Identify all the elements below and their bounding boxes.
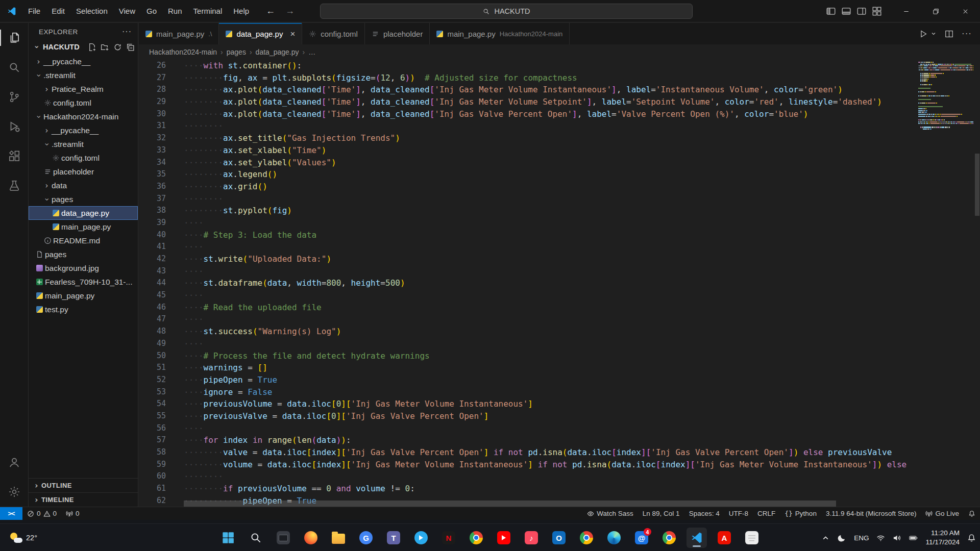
vertical-scrollbar[interactable]: [975, 154, 979, 216]
activity-accounts[interactable]: [0, 447, 29, 477]
menu-terminal[interactable]: Terminal: [188, 4, 228, 19]
menu-edit[interactable]: Edit: [46, 4, 70, 19]
more-actions-icon[interactable]: ···: [962, 29, 972, 39]
taskbar-app-edge[interactable]: [604, 528, 624, 548]
breadcrumb-data_page.py[interactable]: data_page.py: [256, 48, 299, 56]
status-notifications[interactable]: [964, 507, 980, 520]
notifications-bell-icon[interactable]: [967, 534, 976, 542]
activity-search[interactable]: [0, 53, 29, 82]
status-go-live[interactable]: Go Live: [921, 507, 964, 520]
tree-item-main_page.py[interactable]: main_page.py: [29, 220, 138, 234]
taskbar-app-search[interactable]: [246, 528, 266, 548]
tree-item-main_page.py[interactable]: main_page.py: [29, 289, 138, 303]
tree-item-Hackathon2024-main[interactable]: ›Hackathon2024-main: [29, 110, 138, 123]
tree-item-pages[interactable]: pages: [29, 247, 138, 261]
menu-help[interactable]: Help: [228, 4, 255, 19]
explorer-more-icon[interactable]: ···: [122, 27, 132, 36]
taskbar-app-teams[interactable]: T: [383, 528, 404, 548]
breadcrumb-Hackathon2024-main[interactable]: Hackathon2024-main: [149, 48, 217, 56]
tab-main_page.py[interactable]: main_page.pyHackathon2024-main: [430, 23, 570, 44]
taskbar-app-adobe[interactable]: A: [714, 528, 734, 548]
tree-item-config.toml[interactable]: config.toml: [29, 96, 138, 110]
tab-data_page.py[interactable]: data_page.py×: [219, 23, 302, 44]
status-indentation[interactable]: Spaces: 4: [684, 507, 724, 520]
toggle-panel-icon[interactable]: [841, 6, 851, 16]
battery-icon[interactable]: [909, 534, 918, 542]
menu-view[interactable]: View: [113, 4, 141, 19]
tree-item-test.py[interactable]: test.py: [29, 303, 138, 316]
breadcrumb-…[interactable]: …: [308, 48, 315, 56]
run-button[interactable]: [918, 29, 928, 39]
panel-timeline[interactable]: ›TIMELINE: [29, 492, 138, 507]
taskbar-app-google[interactable]: G: [356, 528, 376, 548]
new-folder-icon[interactable]: [101, 43, 109, 52]
remote-indicator[interactable]: ><: [0, 507, 22, 520]
menu-go[interactable]: Go: [141, 4, 162, 19]
clock-widget[interactable]: 11:20 AM11/17/2024: [925, 529, 960, 546]
tree-item-__pycache__[interactable]: ›__pycache__: [29, 55, 138, 68]
breadcrumb[interactable]: Hackathon2024-main›pages›data_page.py›…: [139, 44, 980, 60]
volume-icon[interactable]: [893, 534, 901, 542]
breadcrumb-pages[interactable]: pages: [227, 48, 246, 56]
taskbar-app-widgets[interactable]: [273, 528, 293, 548]
taskbar-app-notepad[interactable]: [742, 528, 762, 548]
taskbar-app-apple-music[interactable]: ♪: [521, 528, 542, 548]
toggle-secondary-sidebar-icon[interactable]: [856, 6, 867, 16]
taskbar-app-chrome[interactable]: [466, 528, 486, 548]
taskbar-app-chrome-beta[interactable]: [576, 528, 597, 548]
tree-item-.streamlit[interactable]: ›.streamlit: [29, 68, 138, 82]
taskbar-app-netflix[interactable]: N: [438, 528, 459, 548]
menu-run[interactable]: Run: [162, 4, 188, 19]
new-file-icon[interactable]: [88, 43, 96, 52]
workspace-row[interactable]: › HACKUTD: [29, 40, 138, 54]
customize-layout-icon[interactable]: [872, 6, 882, 16]
refresh-explorer-icon[interactable]: [113, 43, 122, 52]
tree-item-data_page.py[interactable]: data_page.py: [29, 206, 138, 220]
tree-item-config.toml[interactable]: config.toml: [29, 151, 138, 165]
activity-testing[interactable]: [0, 171, 29, 201]
activity-source-control[interactable]: [0, 82, 29, 112]
panel-outline[interactable]: ›OUTLINE: [29, 478, 138, 492]
status-watch-sass[interactable]: Watch Sass: [582, 507, 638, 520]
taskbar-app-vscode[interactable]: [687, 528, 707, 548]
tree-item-data[interactable]: ›data: [29, 179, 138, 192]
tree-item-README.md[interactable]: README.md: [29, 234, 138, 247]
minimap[interactable]: [913, 60, 975, 500]
status-eol[interactable]: CRLF: [753, 507, 780, 520]
status-encoding[interactable]: UTF-8: [724, 507, 753, 520]
activity-extensions[interactable]: [0, 141, 29, 171]
back-button[interactable]: ←: [266, 6, 275, 16]
activity-run-debug[interactable]: [0, 112, 29, 141]
close-tab-icon[interactable]: ×: [290, 30, 295, 38]
taskbar-app-start[interactable]: [218, 528, 238, 548]
split-editor-button[interactable]: [944, 29, 954, 39]
tree-item-__pycache__[interactable]: ›__pycache__: [29, 123, 138, 137]
tree-item-pages[interactable]: ›pages: [29, 192, 138, 206]
forward-button[interactable]: →: [285, 6, 295, 16]
minimize-button[interactable]: [891, 0, 921, 22]
collapse-folders-icon[interactable]: [126, 43, 135, 52]
activity-settings[interactable]: [0, 477, 29, 507]
tree-item-Fearless_709H-10_31-...[interactable]: Fearless_709H-10_31-...: [29, 275, 138, 289]
menu-selection[interactable]: Selection: [70, 4, 113, 19]
taskbar-app-outlook[interactable]: O: [549, 528, 569, 548]
language-indicator[interactable]: ENG: [854, 534, 869, 542]
tree-item-.streamlit[interactable]: ›.streamlit: [29, 137, 138, 151]
horizontal-scrollbar[interactable]: [184, 500, 836, 507]
taskbar-app-mail[interactable]: @4: [631, 528, 652, 548]
taskbar-app-firefox[interactable]: [301, 528, 321, 548]
command-center-search[interactable]: HACKUTD: [320, 4, 693, 19]
restore-button[interactable]: [921, 0, 950, 22]
ports-indicator[interactable]: 0: [61, 507, 84, 520]
status-language-python[interactable]: {}Python: [780, 507, 821, 520]
status-python-interpreter[interactable]: 3.11.9 64-bit (Microsoft Store): [821, 507, 921, 520]
menu-file[interactable]: File: [22, 4, 46, 19]
tree-item-placeholder[interactable]: placeholder: [29, 165, 138, 179]
taskbar-app-telegram[interactable]: [411, 528, 431, 548]
tab-main_page.py[interactable]: main_page.py.\: [139, 23, 219, 44]
activity-explorer[interactable]: [0, 23, 29, 53]
tree-item-background.jpg[interactable]: background.jpg: [29, 261, 138, 275]
tab-config.toml[interactable]: config.toml: [302, 23, 365, 44]
toggle-sidebar-icon[interactable]: [826, 6, 836, 16]
weather-widget[interactable]: 22°: [5, 524, 41, 551]
